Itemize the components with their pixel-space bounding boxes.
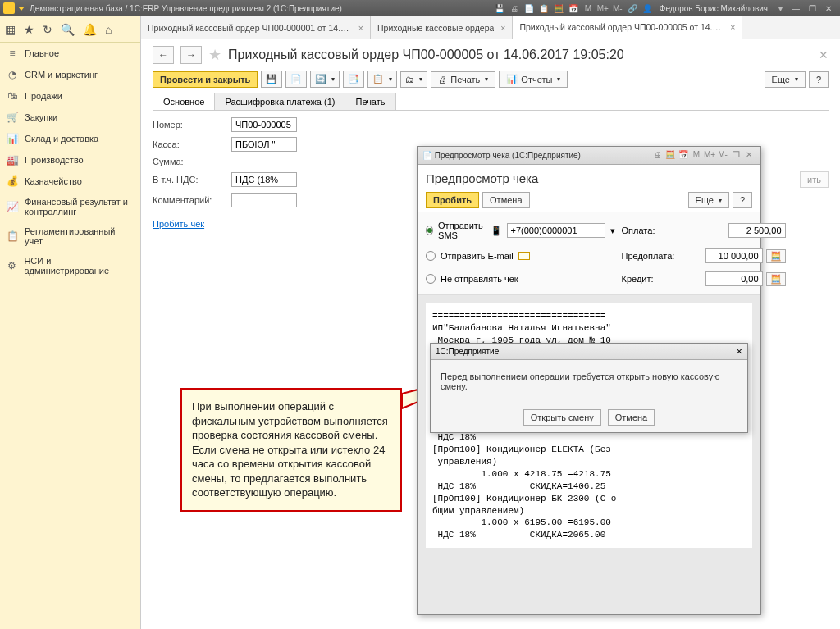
nav-label: Продажи (25, 91, 62, 101)
sidebar-item-0[interactable]: ≡Главное (0, 43, 140, 64)
nav-forward-button[interactable]: → (180, 46, 202, 64)
window-close[interactable]: ✕ (820, 4, 837, 13)
sidebar-item-5[interactable]: 🏭Производство (0, 149, 140, 171)
modal-m[interactable]: M (691, 150, 702, 162)
kassa-field[interactable] (231, 137, 297, 152)
extra-button[interactable]: ить (800, 171, 829, 188)
modal-mplus[interactable]: M+ (704, 150, 715, 162)
modal-restore[interactable]: ❐ (730, 150, 742, 162)
nds-field[interactable] (231, 172, 297, 187)
probe-check-link[interactable]: Пробить чек (153, 219, 204, 229)
phone-dropdown[interactable]: ▾ (610, 226, 615, 236)
credit-field[interactable] (705, 271, 763, 286)
form-subtabs: Основное Расшифровка платежа (1) Печать (153, 93, 829, 111)
bell-icon[interactable]: 🔔 (83, 23, 97, 36)
alert-close-icon[interactable]: ✕ (736, 347, 742, 356)
m-plus-btn[interactable]: M+ (596, 2, 609, 15)
post-and-close-button[interactable]: Провести и закрыть (153, 71, 258, 88)
home-icon[interactable]: ⌂ (105, 23, 112, 36)
tab-close-icon[interactable]: × (500, 23, 505, 33)
content-area: Приходный кассовый ордер ЧП00-000001 от … (141, 16, 840, 629)
sidebar-item-4[interactable]: 📊Склад и доставка (0, 128, 140, 149)
sidebar-item-7[interactable]: 📈Финансовый результат и контроллинг (0, 192, 140, 221)
help-button[interactable]: ? (809, 71, 829, 88)
createfrom-button[interactable]: 📋▾ (368, 71, 397, 88)
toolbar-save-icon[interactable]: 💾 (493, 2, 506, 15)
modal-calc-icon[interactable]: 🧮 (664, 150, 676, 162)
nav-back-button[interactable]: ← (153, 46, 174, 64)
sidebar-item-9[interactable]: ⚙НСИ и администрирование (0, 251, 140, 280)
nav-icon: ⚙ (7, 260, 17, 271)
prepay-calc-button[interactable]: 🧮 (766, 249, 786, 263)
modal-close-icon[interactable]: ✕ (743, 150, 755, 162)
modal-header: Предпросмотр чека (418, 165, 760, 189)
nav-label: НСИ и администрирование (24, 256, 134, 276)
history-icon[interactable]: ↻ (43, 23, 52, 36)
comment-label: Комментарий: (153, 195, 226, 205)
window-restore[interactable]: ❐ (804, 4, 820, 13)
open-shift-button[interactable]: Открыть смену (523, 409, 601, 426)
nav-icon: 🏭 (7, 154, 18, 166)
toolbar-copy-icon[interactable]: 📋 (537, 2, 550, 15)
alert-cancel-button[interactable]: Отмена (608, 409, 655, 426)
modal-print-icon[interactable]: 🖨 (651, 150, 663, 162)
toolbar-link-icon[interactable]: 🔗 (626, 2, 639, 15)
app-menu-caret[interactable] (18, 7, 25, 11)
toolbar-print-icon[interactable]: 🖨 (508, 2, 521, 15)
toolbar-doc-icon[interactable]: 📄 (523, 2, 536, 15)
nav-icon: ◔ (7, 69, 18, 80)
radio-sms[interactable] (426, 226, 433, 235)
sidebar-item-1[interactable]: ◔CRM и маркетинг (0, 64, 140, 85)
modal-titlebar[interactable]: 📄 Предпросмотр чека (1С:Предприятие) 🖨 🧮… (418, 147, 760, 165)
fill-button[interactable]: 🗂▾ (400, 71, 427, 88)
prepay-field[interactable] (705, 248, 763, 263)
credit-calc-button[interactable]: 🧮 (766, 272, 786, 286)
kassa-label: Касса: (153, 139, 226, 149)
modal-cal-icon[interactable]: 📅 (678, 150, 689, 162)
tab-1[interactable]: Приходные кассовые ордера× (371, 16, 513, 39)
document-close-icon[interactable]: ✕ (819, 48, 829, 62)
window-minimize[interactable]: — (788, 4, 804, 13)
credit-label: Кредит: (622, 274, 654, 284)
toolbar-calc-icon[interactable]: 🧮 (552, 2, 565, 15)
modal-mminus[interactable]: M- (717, 150, 728, 162)
comment-field[interactable] (231, 193, 297, 207)
phone-field[interactable] (507, 223, 605, 238)
number-field[interactable] (231, 117, 297, 132)
print-button[interactable]: 🖨 Печать▾ (431, 71, 495, 88)
tab-close-icon[interactable]: × (358, 23, 363, 33)
user-caret[interactable]: ▾ (774, 2, 787, 15)
subtab-main[interactable]: Основное (153, 93, 215, 110)
star-icon[interactable]: ★ (24, 23, 34, 36)
sidebar-item-8[interactable]: 📋Регламентированный учет (0, 221, 140, 251)
favorite-star-icon[interactable]: ★ (208, 46, 221, 64)
nav-label: Склад и доставка (25, 134, 98, 144)
m-minus-btn[interactable]: M- (611, 2, 624, 15)
user-name[interactable]: Федоров Борис Михайлович (660, 4, 768, 13)
save-button[interactable]: 💾 (261, 71, 282, 88)
modal-help-button[interactable]: ? (733, 192, 752, 208)
reports-button[interactable]: 📊 Отчеты▾ (499, 71, 568, 88)
modal-cancel-button[interactable]: Отмена (482, 192, 529, 208)
modal-more-button[interactable]: Еще▾ (688, 192, 729, 208)
dk-button[interactable]: 🔄▾ (310, 71, 340, 88)
tree-button[interactable]: 📑 (343, 71, 364, 88)
search-icon[interactable]: 🔍 (61, 23, 75, 36)
post-button[interactable]: 📄 (285, 71, 307, 88)
toolbar-calendar-icon[interactable]: 📅 (567, 2, 580, 15)
radio-email[interactable] (426, 251, 436, 261)
apps-icon[interactable]: ▦ (5, 23, 16, 36)
more-button[interactable]: Еще▾ (765, 71, 806, 88)
pay-field[interactable] (728, 223, 786, 238)
sidebar-item-3[interactable]: 🛒Закупки (0, 107, 140, 128)
probe-button[interactable]: Пробить (426, 192, 479, 208)
sidebar-item-6[interactable]: 💰Казначейство (0, 171, 140, 192)
tab-close-icon[interactable]: × (730, 22, 735, 32)
subtab-print[interactable]: Печать (345, 93, 395, 110)
radio-none[interactable] (426, 274, 436, 284)
tab-0[interactable]: Приходный кассовый ордер ЧП00-000001 от … (141, 16, 371, 39)
sidebar-item-2[interactable]: 🛍Продажи (0, 85, 140, 107)
subtab-payment-detail[interactable]: Расшифровка платежа (1) (214, 93, 345, 110)
tab-2[interactable]: Приходный кассовый ордер ЧП00-000005 от … (513, 16, 742, 39)
m-btn[interactable]: M (582, 2, 595, 15)
